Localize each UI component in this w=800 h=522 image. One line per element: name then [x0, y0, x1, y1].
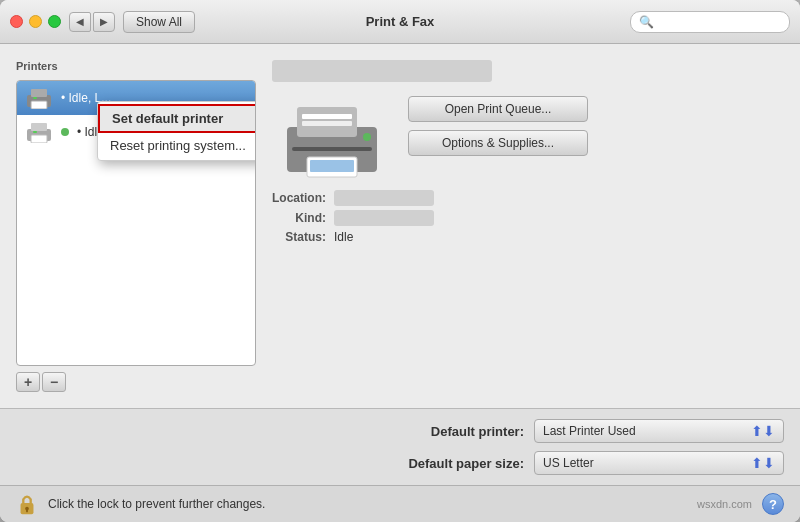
search-box[interactable]: 🔍 [630, 11, 790, 33]
default-paper-row: Default paper size: US Letter ⬆⬇ [16, 451, 784, 475]
window-title: Print & Fax [366, 14, 435, 29]
svg-rect-18 [26, 509, 28, 513]
forward-button[interactable]: ▶ [93, 12, 115, 32]
open-print-queue-button[interactable]: Open Print Queue... [408, 96, 588, 122]
printers-panel: Printers • Idle, L... Set default printe… [16, 60, 256, 392]
action-buttons: Open Print Queue... Options & Supplies..… [408, 96, 588, 156]
watermark: wsxdn.com [697, 498, 752, 510]
nav-buttons: ◀ ▶ [69, 12, 115, 32]
lock-icon[interactable] [16, 492, 38, 516]
printer-preview-area: Open Print Queue... Options & Supplies..… [272, 92, 784, 172]
add-printer-button[interactable]: + [16, 372, 40, 392]
footer: Click the lock to prevent further change… [0, 485, 800, 522]
remove-printer-button[interactable]: − [42, 372, 66, 392]
detail-panel: Open Print Queue... Options & Supplies..… [272, 60, 784, 392]
svg-rect-12 [292, 147, 372, 151]
printers-label: Printers [16, 60, 256, 72]
lock-text: Click the lock to prevent further change… [48, 497, 687, 511]
maximize-button[interactable] [48, 15, 61, 28]
svg-rect-11 [302, 121, 352, 126]
kind-label: Kind: [272, 211, 326, 225]
context-menu: Set default printer Reset printing syste… [97, 101, 256, 161]
default-paper-value: US Letter [543, 456, 594, 470]
svg-rect-2 [31, 101, 47, 109]
printer-name-display [272, 60, 492, 82]
list-controls: + − [16, 372, 256, 392]
svg-rect-7 [33, 131, 37, 133]
printer-icon [25, 87, 53, 109]
svg-rect-6 [31, 135, 47, 143]
context-menu-reset[interactable]: Reset printing system... [98, 133, 256, 158]
svg-rect-10 [302, 114, 352, 119]
default-printer-value: Last Printer Used [543, 424, 636, 438]
info-grid: Location: Kind: Status: Idle [272, 190, 784, 244]
printer-image [272, 92, 392, 172]
search-icon: 🔍 [639, 15, 654, 29]
search-input[interactable] [658, 15, 781, 29]
svg-rect-3 [33, 97, 37, 99]
svg-rect-15 [310, 160, 354, 172]
printers-list: • Idle, L... Set default printer Reset p… [16, 80, 256, 366]
location-label: Location: [272, 191, 326, 205]
default-printer-row: Default printer: Last Printer Used ⬆⬇ [16, 419, 784, 443]
svg-rect-5 [31, 123, 47, 131]
default-printer-dropdown[interactable]: Last Printer Used ⬆⬇ [534, 419, 784, 443]
back-button[interactable]: ◀ [69, 12, 91, 32]
window: ◀ ▶ Show All Print & Fax 🔍 Printers [0, 0, 800, 522]
options-supplies-button[interactable]: Options & Supplies... [408, 130, 588, 156]
svg-rect-1 [31, 89, 47, 97]
close-button[interactable] [10, 15, 23, 28]
default-printer-label: Default printer: [431, 424, 524, 439]
titlebar: ◀ ▶ Show All Print & Fax 🔍 [0, 0, 800, 44]
kind-value [334, 210, 434, 226]
dropdown-arrow-icon: ⬆⬇ [751, 423, 775, 439]
status-label: Status: [272, 230, 326, 244]
status-value: Idle [334, 230, 784, 244]
bottom-section: Default printer: Last Printer Used ⬆⬇ De… [0, 408, 800, 485]
printer-icon [25, 121, 53, 143]
default-paper-dropdown[interactable]: US Letter ⬆⬇ [534, 451, 784, 475]
show-all-button[interactable]: Show All [123, 11, 195, 33]
dropdown-arrow-icon: ⬆⬇ [751, 455, 775, 471]
idle-dot [61, 128, 69, 136]
traffic-lights [10, 15, 61, 28]
default-paper-label: Default paper size: [408, 456, 524, 471]
content-area: Printers • Idle, L... Set default printe… [0, 44, 800, 408]
svg-point-13 [363, 133, 371, 141]
minimize-button[interactable] [29, 15, 42, 28]
help-button[interactable]: ? [762, 493, 784, 515]
context-menu-set-default[interactable]: Set default printer [98, 104, 256, 133]
location-value [334, 190, 434, 206]
